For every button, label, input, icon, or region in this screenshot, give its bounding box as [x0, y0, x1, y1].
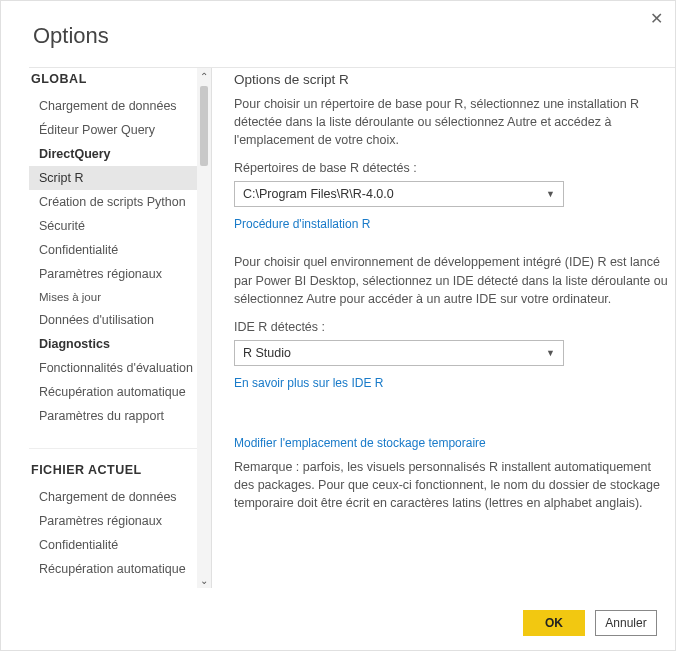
- page-title: Options: [1, 1, 675, 67]
- ide-value: R Studio: [243, 346, 291, 360]
- sidebar-item[interactable]: Paramètres régionaux: [29, 509, 197, 533]
- intro-text: Pour choisir un répertoire de base pour …: [234, 95, 673, 149]
- cancel-button[interactable]: Annuler: [595, 610, 657, 636]
- ide-intro-text: Pour choisir quel environnement de dével…: [234, 253, 673, 307]
- sidebar-item[interactable]: Diagnostics: [29, 332, 197, 356]
- scroll-down-icon[interactable]: ⌄: [197, 572, 211, 588]
- sidebar-item[interactable]: Script R: [29, 166, 197, 190]
- sidebar-item[interactable]: Données d'utilisation: [29, 308, 197, 332]
- base-dir-label: Répertoires de base R détectés :: [234, 161, 673, 175]
- scroll-thumb[interactable]: [200, 86, 208, 166]
- base-dir-value: C:\Program Files\R\R-4.0.0: [243, 187, 394, 201]
- sidebar-item[interactable]: Éditeur Power Query: [29, 118, 197, 142]
- sidebar-item[interactable]: Sécurité: [29, 214, 197, 238]
- sidebar-scrollbar[interactable]: ⌃ ⌄: [197, 68, 211, 588]
- sidebar-item[interactable]: Confidentialité: [29, 533, 197, 557]
- temp-note-text: Remarque : parfois, les visuels personna…: [234, 458, 673, 512]
- install-r-link[interactable]: Procédure d'installation R: [234, 217, 370, 231]
- base-dir-dropdown[interactable]: C:\Program Files\R\R-4.0.0 ▼: [234, 181, 564, 207]
- sidebar-header-global: GLOBAL: [29, 68, 197, 94]
- ide-dropdown[interactable]: R Studio ▼: [234, 340, 564, 366]
- sidebar-item[interactable]: Chargement de données: [29, 485, 197, 509]
- main-panel: Options de script R Pour choisir un répe…: [211, 68, 675, 588]
- sidebar-header-file: FICHIER ACTUEL: [29, 448, 197, 485]
- ok-button[interactable]: OK: [523, 610, 585, 636]
- close-icon[interactable]: ✕: [650, 9, 663, 28]
- section-heading: Options de script R: [234, 72, 673, 87]
- sidebar-item[interactable]: Paramètres régionaux: [29, 262, 197, 286]
- sidebar-item[interactable]: Fonctionnalités d'évaluation: [29, 356, 197, 380]
- sidebar-item[interactable]: Récupération automatique: [29, 380, 197, 404]
- sidebar-item[interactable]: Confidentialité: [29, 238, 197, 262]
- ide-learn-more-link[interactable]: En savoir plus sur les IDE R: [234, 376, 383, 390]
- sidebar: GLOBAL Chargement de donnéesÉditeur Powe…: [29, 68, 197, 588]
- sidebar-item[interactable]: Création de scripts Python: [29, 190, 197, 214]
- sidebar-item[interactable]: Mises à jour: [29, 286, 197, 308]
- chevron-down-icon: ▼: [546, 348, 555, 358]
- sidebar-item[interactable]: Chargement de données: [29, 94, 197, 118]
- sidebar-item[interactable]: Paramètres du rapport: [29, 404, 197, 428]
- scroll-up-icon[interactable]: ⌃: [197, 68, 211, 84]
- chevron-down-icon: ▼: [546, 189, 555, 199]
- sidebar-item[interactable]: Récupération automatique: [29, 557, 197, 581]
- sidebar-item[interactable]: DirectQuery: [29, 142, 197, 166]
- temp-storage-link[interactable]: Modifier l'emplacement de stockage tempo…: [234, 436, 486, 450]
- ide-label: IDE R détectés :: [234, 320, 673, 334]
